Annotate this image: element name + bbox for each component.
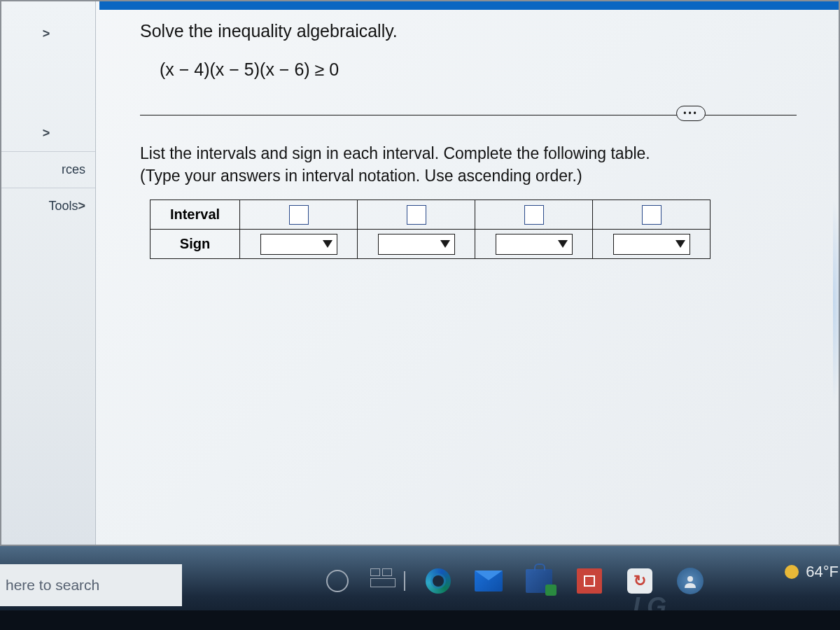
table-row-sign: Sign bbox=[150, 230, 710, 259]
edge-browser-icon[interactable] bbox=[423, 566, 454, 596]
chevron-right-icon: > bbox=[78, 199, 85, 214]
row-header-sign: Sign bbox=[150, 230, 240, 259]
chevron-down-icon bbox=[440, 240, 450, 248]
sun-icon bbox=[785, 565, 799, 579]
sign-cell-2 bbox=[358, 230, 475, 259]
taskbar-search[interactable]: here to search bbox=[0, 564, 182, 606]
store-icon[interactable] bbox=[524, 566, 554, 596]
answer-block: List the intervals and sign in each inte… bbox=[106, 115, 830, 273]
more-button[interactable]: ••• bbox=[676, 106, 706, 121]
sign-dropdown-3[interactable] bbox=[496, 234, 573, 255]
interval-cell-3 bbox=[475, 200, 593, 230]
sign-cell-3 bbox=[475, 230, 593, 259]
homework-viewport: > > rces Tools > Solve the inequality al… bbox=[0, 0, 840, 546]
sign-cell-4 bbox=[593, 230, 710, 259]
app-icon-square[interactable] bbox=[574, 566, 605, 596]
interval-input-2[interactable] bbox=[407, 205, 426, 225]
interval-cell-1 bbox=[240, 200, 358, 230]
sign-dropdown-2[interactable] bbox=[378, 234, 455, 255]
row-header-interval: Interval bbox=[150, 200, 240, 230]
mail-icon[interactable] bbox=[473, 566, 504, 596]
sidebar-item-tools[interactable]: Tools > bbox=[1, 188, 95, 224]
svg-point-0 bbox=[687, 576, 693, 582]
search-placeholder: here to search bbox=[6, 577, 99, 594]
chevron-right-icon: > bbox=[43, 126, 50, 141]
chevron-down-icon bbox=[676, 240, 685, 248]
screen-edge-glow bbox=[833, 197, 840, 405]
table-row-interval: Interval bbox=[150, 200, 710, 230]
answer-instructions: List the intervals and sign in each inte… bbox=[140, 142, 797, 187]
sidebar-toggle-1[interactable]: > bbox=[1, 15, 95, 52]
question-content: Solve the inequality algebraically. (x −… bbox=[106, 11, 830, 545]
instr-line-2: (Type your answers in interval notation.… bbox=[140, 167, 582, 185]
interval-input-4[interactable] bbox=[642, 205, 662, 225]
sign-dropdown-1[interactable] bbox=[260, 234, 337, 255]
sign-cell-1 bbox=[240, 230, 358, 259]
interval-sign-table: Interval Sign bbox=[150, 200, 710, 259]
sidebar: > > rces Tools > bbox=[1, 1, 96, 545]
sidebar-toggle-2[interactable]: > bbox=[1, 115, 95, 151]
weather-widget[interactable]: 64°F bbox=[785, 563, 839, 581]
sidebar-item-resources[interactable]: rces bbox=[1, 151, 95, 188]
sidebar-item-label: rces bbox=[62, 162, 85, 177]
section-divider: ••• bbox=[140, 115, 797, 115]
interval-cell-4 bbox=[593, 200, 710, 230]
task-view-icon[interactable] bbox=[372, 566, 403, 596]
sidebar-item-label: Tools bbox=[48, 199, 78, 214]
interval-cell-2 bbox=[358, 200, 475, 230]
monitor-bezel bbox=[0, 610, 840, 630]
chevron-right-icon: > bbox=[43, 27, 50, 41]
question-prompt: Solve the inequality algebraically. bbox=[140, 21, 801, 41]
instr-line-1: List the intervals and sign in each inte… bbox=[140, 144, 650, 162]
app-header-bar bbox=[99, 1, 839, 10]
interval-input-1[interactable] bbox=[289, 205, 309, 225]
app-icon-generic[interactable] bbox=[675, 566, 706, 596]
weather-temp: 64°F bbox=[806, 563, 839, 581]
question-block: Solve the inequality algebraically. (x −… bbox=[106, 11, 830, 94]
windows-taskbar: here to search ↻ 64°F LG bbox=[0, 546, 840, 630]
cortana-icon[interactable] bbox=[322, 566, 353, 596]
interval-input-3[interactable] bbox=[524, 205, 544, 225]
chevron-down-icon bbox=[558, 240, 568, 248]
chevron-down-icon bbox=[323, 240, 332, 248]
sign-dropdown-4[interactable] bbox=[613, 234, 690, 255]
question-equation: (x − 4)(x − 5)(x − 6) ≥ 0 bbox=[140, 59, 801, 80]
